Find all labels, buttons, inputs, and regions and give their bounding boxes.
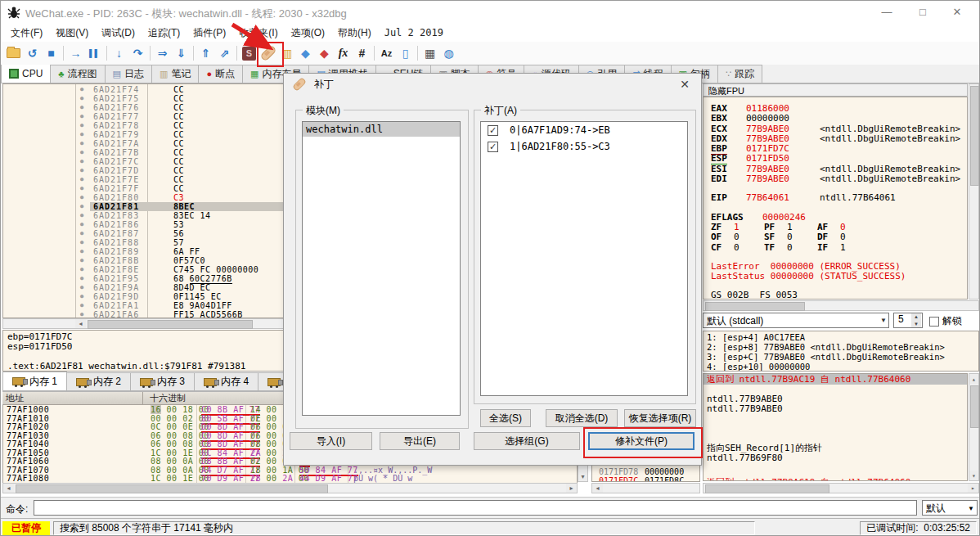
register-row[interactable]: EBX00000000 — [704, 114, 967, 124]
return-info-panel[interactable]: 返回到 ntdll.77B9AC19 自 ntdll.77B64060 ntdl… — [703, 373, 968, 481]
breakpoint-dot[interactable]: ● — [80, 121, 83, 130]
breakpoint-dot[interactable]: ● — [80, 301, 83, 310]
scroll-thumb[interactable] — [970, 385, 979, 428]
tab-memory-4[interactable]: 内存 4 — [195, 372, 258, 391]
menu-item[interactable]: 文件(F) — [4, 24, 49, 43]
stepper-arrows[interactable]: ▲▼ — [911, 313, 921, 327]
menu-item[interactable]: 收藏夹(I) — [232, 24, 284, 43]
breakpoint-dot[interactable]: ● — [80, 157, 83, 166]
tab-breakpoints[interactable]: ●断点 — [199, 65, 243, 83]
patch-list-item[interactable]: ✓1|6AD21F80:55->C3 — [481, 138, 687, 155]
scroll-thumb[interactable] — [970, 86, 979, 186]
restart-button[interactable]: ↺ — [23, 43, 42, 63]
step-into-button[interactable]: ↓ — [110, 43, 128, 63]
breakpoint-dot[interactable]: ● — [80, 310, 83, 318]
register-row[interactable]: EDX77B9ABE0<ntdll.DbgUiRemoteBreakin> — [704, 134, 967, 144]
scroll-right-arrow[interactable]: ▸ — [566, 484, 577, 493]
menu-item[interactable]: 调试(D) — [95, 24, 142, 43]
function-button[interactable]: fx — [334, 43, 353, 63]
scroll-left-arrow[interactable]: ◂ — [75, 319, 86, 328]
flags-row[interactable]: OF0SF0DF0 — [704, 232, 967, 242]
title-bar[interactable]: WeChat.exe - PID: 263C - 模块: wechatwin.d… — [1, 1, 979, 24]
module-list-item[interactable]: wechatwin.dll — [303, 122, 460, 137]
scroll-down-arrow[interactable]: ▾ — [578, 471, 587, 481]
breakpoint-dot[interactable]: ● — [80, 175, 83, 184]
menu-item[interactable]: 选项(O) — [285, 24, 331, 43]
patch-file-button[interactable]: 修补文件(P) — [588, 432, 695, 450]
dialog-title-bar[interactable]: 补丁 ✕ — [284, 74, 701, 95]
module-list[interactable]: wechatwin.dll — [302, 121, 461, 416]
label-button[interactable]: ◆ — [296, 43, 315, 63]
dump-row[interactable]: 77AF10801C 00 1E 0070 D9 AF 7728 00 2A 0… — [3, 474, 577, 483]
register-row[interactable]: EAX01186000 — [704, 104, 967, 114]
return-vscrollbar[interactable]: ▴ ▾ — [969, 373, 979, 481]
breakpoint-dot[interactable]: ● — [80, 202, 83, 211]
patch-checkbox[interactable]: ✓ — [488, 142, 498, 152]
step-out-button[interactable]: ⇓ — [172, 43, 191, 63]
registers-area[interactable]: EAX01186000EBX00000000ECX77B9ABE0<ntdll.… — [703, 97, 968, 300]
breakpoint-dot[interactable]: ● — [80, 94, 83, 103]
breakpoint-dot[interactable]: ● — [80, 85, 83, 94]
open-file-button[interactable] — [4, 43, 23, 63]
tab-graph[interactable]: ♣流程图 — [51, 65, 105, 83]
scroll-thumb[interactable] — [88, 320, 253, 329]
scylla-button[interactable]: S — [240, 43, 258, 63]
export-button[interactable]: 导出(E) — [380, 432, 460, 450]
breakpoint-dot[interactable]: ● — [80, 292, 83, 301]
register-row[interactable]: EDI77B9ABE0<ntdll.DbgUiRemoteBreakin> — [704, 174, 967, 184]
breakpoint-dot[interactable]: ● — [80, 184, 83, 193]
register-row[interactable]: EBP0171FD7C — [704, 144, 967, 154]
tab-memory-1[interactable]: 内存 1 — [2, 372, 67, 391]
register-row[interactable]: EIP77B64061ntdll.77B64061 — [704, 193, 967, 203]
breakpoint-dot[interactable]: ● — [80, 265, 83, 274]
breakpoint-dot[interactable]: ● — [80, 283, 83, 292]
tab-log[interactable]: ▤日志 — [106, 65, 152, 83]
pause-button[interactable]: ▌▌ — [85, 43, 104, 63]
return-hscrollbar[interactable]: ▸ — [703, 483, 979, 493]
flags-row[interactable]: ZF1PF1AF0 — [704, 223, 967, 232]
scroll-right-arrow[interactable]: ▸ — [968, 484, 978, 493]
breakpoint-dot[interactable]: ● — [80, 274, 83, 283]
hash-button[interactable]: # — [353, 43, 371, 63]
calculator-button[interactable]: ▦ — [420, 43, 439, 63]
scroll-thumb[interactable] — [16, 484, 328, 493]
hide-fpu-button[interactable]: 隐藏FPU — [703, 83, 968, 97]
breakpoint-dot[interactable]: ● — [80, 103, 83, 112]
scroll-thumb[interactable] — [705, 484, 829, 493]
column-header-hex[interactable]: 十六进制 — [143, 392, 186, 404]
register-row[interactable]: ESP0171FD50 — [704, 154, 967, 164]
select-all-button[interactable]: 全选(S) — [480, 409, 531, 427]
command-input[interactable] — [34, 500, 917, 516]
stack-hscrollbar[interactable]: ◂ — [591, 483, 700, 493]
run-button[interactable]: → — [66, 43, 85, 63]
tab-trace[interactable]: ∵跟踪 — [718, 65, 762, 83]
deselect-all-button[interactable]: 取消全选(D) — [546, 409, 618, 427]
breakpoint-dot[interactable]: ● — [80, 193, 83, 202]
breakpoint-dot[interactable]: ● — [80, 112, 83, 121]
registers-vscrollbar[interactable] — [969, 83, 979, 300]
flags-row[interactable]: CF0TF0IF1 — [704, 243, 967, 253]
attach-button[interactable]: ⇗ — [215, 43, 234, 63]
menu-item[interactable]: 插件(P) — [187, 24, 232, 43]
registers-hscrollbar[interactable] — [703, 300, 979, 311]
strings-button[interactable]: Az — [377, 43, 396, 63]
breakpoint-dot[interactable]: ● — [80, 238, 83, 247]
eflags-row[interactable]: EFLAGS00000246 — [704, 213, 967, 223]
breakpoint-dot[interactable]: ● — [80, 166, 83, 175]
dialog-close-icon[interactable]: ✕ — [676, 78, 694, 91]
tab-notes[interactable]: ▥笔记 — [152, 65, 199, 83]
menu-item[interactable]: 追踪(T) — [142, 24, 187, 43]
dump-hscrollbar[interactable]: ◂ ▸ — [2, 483, 578, 493]
breakpoint-dot[interactable]: ● — [80, 256, 83, 265]
breakpoint-dot[interactable]: ● — [80, 130, 83, 139]
scroll-left-arrow[interactable]: ◂ — [592, 484, 603, 493]
stop-button[interactable]: ■ — [42, 43, 61, 63]
patch-list-item[interactable]: ✓0|6A7F1AD9:74->EB — [481, 122, 687, 138]
handles-button[interactable]: ▯ — [396, 43, 415, 63]
tab-memory-3[interactable]: 内存 3 — [131, 372, 195, 391]
scroll-thumb[interactable] — [705, 302, 805, 311]
scroll-up-arrow[interactable]: ▴ — [969, 374, 978, 384]
scroll-left-arrow[interactable]: ◂ — [3, 484, 14, 493]
bookmark-button[interactable]: ◆ — [315, 43, 334, 63]
arg-count-stepper[interactable]: 5▲▼ — [893, 313, 923, 328]
